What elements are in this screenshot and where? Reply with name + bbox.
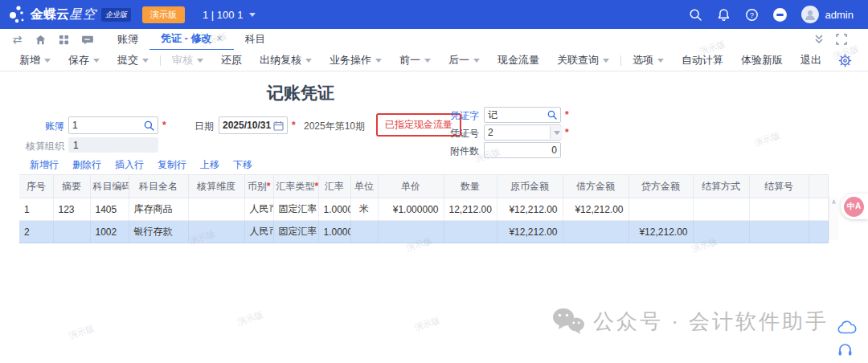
calendar-icon[interactable] [273,120,284,131]
entry-cell[interactable]: ¥12,212.00 [628,221,693,243]
entry-cell[interactable]: 123 [53,198,90,221]
voucher-no-input[interactable]: 2 [484,124,561,141]
entry-cell[interactable] [749,221,809,243]
avatar [801,6,819,23]
entry-cell[interactable]: ¥12,212.00 [563,198,628,221]
tab[interactable]: 账簿 [106,29,149,50]
toolbar-item[interactable]: 体验新版 [741,53,783,67]
entry-cell[interactable]: 银行存款 [129,221,188,243]
entry-cell[interactable]: 人民币 [244,198,273,221]
voucher-word-label[interactable]: 凭证字 [444,109,479,123]
entry-cell[interactable]: ¥1.000000 [378,198,444,221]
book-label[interactable]: 账簿 [19,120,64,133]
collapse-double-chevron-icon[interactable] [813,34,825,45]
date-input[interactable]: 2025/10/31 [219,116,288,134]
tab-label: 账簿 [117,32,138,47]
entry-cell[interactable]: ¥12,212.00 [497,221,563,243]
entry-cell[interactable]: 12,212.00 [444,198,497,221]
entry-cell[interactable] [563,221,628,243]
toolbar-item[interactable]: 退出 [800,53,821,67]
toolbar-item[interactable]: 保存 [68,53,100,67]
entry-cell[interactable]: 米 [350,198,378,221]
column-header: 数量 [444,175,497,198]
org-switcher[interactable]: 1 | 100 1 [203,9,256,21]
entry-cell[interactable]: 库存商品 [129,198,188,221]
toolbar-item-label: 关联查询 [557,53,599,67]
toolbar-item[interactable]: 后一 [448,53,480,67]
cloud-icon[interactable] [837,320,857,335]
toolbar-item[interactable]: 提交 [117,53,149,67]
entry-cell[interactable]: ¥12,212.00 [497,198,563,221]
toolbar-item[interactable]: 自动计算 [682,53,723,67]
sync-icon[interactable]: ⇄ [11,34,23,46]
entry-cell[interactable] [693,221,749,243]
column-header: 序号 [19,175,53,198]
entry-cell[interactable] [378,221,444,243]
lookup-magnifier-icon[interactable] [144,120,154,131]
lookup-magnifier-icon[interactable] [547,110,557,120]
grid-action-link[interactable]: 复制行 [158,158,186,172]
chevron-down-icon [375,59,382,63]
grid-action-link[interactable]: 上移 [200,158,219,172]
headset-icon[interactable] [837,342,853,357]
entry-cell[interactable] [350,221,378,243]
entry-cell[interactable]: 1002 [90,221,129,243]
entry-cell[interactable] [188,221,244,243]
entry-cell[interactable]: 固定汇率 [273,221,318,243]
user-menu[interactable]: admin [801,6,854,23]
entry-cell[interactable] [53,221,90,243]
entry-cell[interactable]: 固定汇率 [273,198,318,221]
kingdee-logo-icon [8,3,29,26]
entry-cell[interactable]: 1405 [90,198,129,221]
toolbar-item[interactable]: 前一 [399,53,431,67]
toolbar-item[interactable]: 现金流量 [497,53,539,67]
voucher-entry-row[interactable]: 11231405库存商品人民币固定汇率1.0000米¥1.00000012,21… [19,198,828,221]
entry-cell[interactable] [444,221,497,243]
apps-grid-icon[interactable] [58,34,70,46]
entry-cell[interactable]: 1.0000 [318,221,350,243]
search-icon[interactable] [689,8,702,22]
help-icon[interactable]: ? [745,8,759,22]
entry-cell[interactable]: 人民币 [244,221,273,243]
toolbar-item[interactable]: 新增 [19,53,51,67]
attachment-input[interactable]: 0 [484,142,561,158]
fullscreen-icon[interactable] [836,34,847,45]
voucher-entry-row[interactable]: 21002银行存款人民币固定汇率1.0000¥12,212.00¥12,212.… [19,221,828,243]
chevron-down-icon [305,59,312,63]
grid-action-link[interactable]: 下移 [233,158,252,172]
dropdown-button[interactable] [550,126,563,139]
tab[interactable]: 凭证 - 修改× [149,28,234,51]
column-header: 借方金额 [563,175,628,198]
translate-fab[interactable]: 中A [841,194,868,219]
table-scrollbar[interactable]: ∧ [829,197,838,240]
home-icon[interactable] [35,34,47,46]
period-text: 2025年第10期 [304,120,365,133]
entry-cell[interactable] [693,198,749,221]
grid-action-link[interactable]: 新增行 [30,158,59,172]
entry-cell[interactable] [188,198,244,221]
entry-cell[interactable] [749,198,809,221]
entry-cell[interactable]: 2 [19,221,53,243]
column-header: 币别* [244,175,273,198]
toolbar-item[interactable]: 选项 [633,53,664,67]
book-input[interactable]: 1 [68,116,158,134]
voucher-word-input[interactable]: 记 [484,107,561,123]
scroll-up-arrow[interactable]: ∧ [829,197,838,207]
notification-bell-icon[interactable] [717,8,731,22]
column-header: 原币金额 [497,175,563,198]
entry-cell[interactable]: 1 [19,198,53,221]
tab[interactable]: 科目 [234,29,277,50]
grid-action-link[interactable]: 删除行 [72,158,101,172]
toolbar-item[interactable]: 关联查询 [557,53,609,67]
toolbar-item-label: 新增 [19,53,40,67]
grid-action-link[interactable]: 插入行 [115,158,144,172]
toolbar-item[interactable]: 还原 [221,53,242,67]
toolbar-item[interactable]: 业务操作 [330,53,382,67]
settings-gear-icon[interactable] [838,54,852,67]
close-icon[interactable]: × [217,33,223,44]
toolbar-item[interactable]: 出纳复核 [260,53,312,67]
entry-cell[interactable] [628,198,693,221]
do-not-disturb-icon[interactable] [773,8,787,22]
entry-cell[interactable]: 1.0000 [318,198,350,221]
message-icon[interactable] [81,34,93,46]
